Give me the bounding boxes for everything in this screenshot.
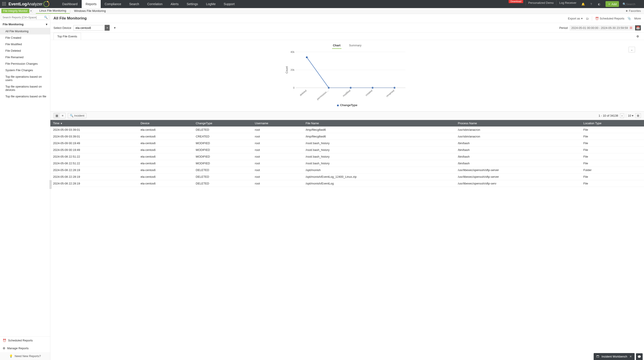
calendar-icon[interactable]: 📅: [635, 25, 641, 31]
cell: ela-centos6: [138, 174, 193, 180]
favorites-link[interactable]: ★Favorites: [626, 9, 641, 13]
download-button[interactable]: Download: [508, 0, 523, 3]
column-header[interactable]: Username: [252, 120, 303, 127]
column-header[interactable]: ChangeType: [193, 120, 252, 127]
table-row[interactable]: 2024-05-09 03:39:01ela-centos6CREATEDroo…: [50, 133, 644, 140]
sidebar-item[interactable]: File Renamed: [0, 54, 50, 61]
topnav-settings[interactable]: Settings: [182, 0, 202, 8]
table-row[interactable]: 2024-05-08 22:51:22ela-centos6MODIFIEDro…: [50, 153, 644, 160]
column-header[interactable]: Location Type: [581, 120, 644, 127]
gear-icon: ⚙: [3, 346, 5, 350]
cell: File: [581, 127, 644, 133]
sidebar-item[interactable]: File Deleted: [0, 48, 50, 54]
export-dropdown[interactable]: Export as ▾: [568, 17, 583, 20]
sidebar-item[interactable]: Top file operations based on devices: [0, 83, 50, 93]
sidebar-item[interactable]: Top file operations based on file: [0, 93, 50, 100]
add-button[interactable]: ＋ Add: [606, 1, 619, 7]
cell: root: [252, 180, 303, 187]
tab-top-file-events[interactable]: Top File Events: [54, 33, 81, 40]
legend-dot-icon: [337, 105, 339, 106]
cell: /usr/libexec/openssh/sftp-server: [455, 174, 581, 180]
fim-dropdown[interactable]: ▾: [29, 9, 33, 13]
need-new-reports[interactable]: 💡Need New Reports?: [0, 352, 50, 360]
period-display[interactable]: 2024-05-01 00:00:00 - 2024-05-30 23:59:5…: [570, 25, 634, 31]
table-view-icon[interactable]: ▦: [54, 113, 60, 118]
close-icon[interactable]: ✕: [630, 355, 632, 358]
column-header[interactable]: Time▼: [50, 120, 138, 127]
table-row[interactable]: 2024-05-08 22:51:22ela-centos6MODIFIEDro…: [50, 160, 644, 167]
table-row[interactable]: 2024-05-08 22:28:19ela-centos6DELETEDroo…: [50, 174, 644, 180]
chat-icon[interactable]: 💬: [636, 353, 643, 360]
global-search[interactable]: 🔍: [621, 3, 644, 6]
topnav-compliance[interactable]: Compliance: [101, 0, 125, 8]
incident-workbench-bar[interactable]: 🗔 Incident Workbench ✕: [594, 353, 634, 360]
sidebar-item[interactable]: File Modified: [0, 41, 50, 48]
clear-period-icon[interactable]: ☒: [630, 26, 632, 30]
topnav-correlation[interactable]: Correlation: [143, 0, 166, 8]
page-size-dropdown[interactable]: 10 ▾: [628, 114, 634, 117]
column-header[interactable]: Device: [138, 120, 193, 127]
global-search-input[interactable]: [626, 3, 642, 6]
sub-link-windows[interactable]: Windows File Monitoring: [70, 9, 110, 13]
cell: ela-centos6: [138, 167, 193, 174]
table-row[interactable]: 2024-05-08 22:28:19ela-centos6DELETEDroo…: [50, 180, 644, 187]
table-row[interactable]: 2024-05-08 22:28:19ela-centos6DELETEDroo…: [50, 167, 644, 174]
section-file-monitoring[interactable]: File Monitoring ▾: [0, 21, 50, 28]
topnav-logme[interactable]: LogMe: [202, 0, 220, 8]
report-search-input[interactable]: [2, 16, 44, 19]
add-device-button[interactable]: ＋: [105, 25, 110, 31]
cell: File: [581, 140, 644, 147]
bell-icon[interactable]: 🔔: [579, 0, 587, 8]
columns-icon[interactable]: ⊞: [635, 113, 641, 118]
cell: 2024-05-08 22:28:19: [50, 167, 138, 174]
chart-settings-icon[interactable]: ⚙: [634, 33, 641, 40]
report-search[interactable]: 🔍: [1, 15, 49, 20]
sort-desc-icon: ▼: [60, 122, 62, 125]
svg-text:Count: Count: [285, 66, 288, 74]
sidebar-item[interactable]: All File Monitoring: [0, 28, 50, 35]
table-row[interactable]: 2024-05-09 00:19:49ela-centos6MODIFIEDro…: [50, 140, 644, 147]
cell: ela-centos6: [138, 180, 193, 187]
chart-legend: ChangeType: [57, 103, 637, 107]
manage-reports-link[interactable]: ⚙Manage Reports: [0, 344, 50, 352]
cell: CREATED: [193, 133, 252, 140]
sidebar-item[interactable]: File Created: [0, 35, 50, 41]
column-header[interactable]: File Name: [303, 120, 455, 127]
list-view-icon[interactable]: ≡: [60, 113, 65, 118]
table-row[interactable]: 2024-05-09 03:39:01ela-centos6DELETEDroo…: [50, 127, 644, 133]
log-receiver-link[interactable]: Log Receiver: [556, 0, 579, 5]
incident-button[interactable]: 🔍Incident: [68, 113, 86, 118]
summary-tab[interactable]: Summary: [348, 42, 362, 49]
user-icon[interactable]: ◐: [595, 0, 603, 8]
cell: File: [581, 174, 644, 180]
topnav-dashboard[interactable]: Dashboard: [58, 0, 82, 8]
cell: 2024-05-09 00:19:49: [50, 140, 138, 147]
table-row[interactable]: 2024-05-09 00:19:49ela-centos6MODIFIEDro…: [50, 147, 644, 153]
topnav-search[interactable]: Search: [125, 0, 143, 8]
apps-icon[interactable]: [2, 2, 6, 6]
column-header[interactable]: Process Name: [455, 120, 581, 127]
sidebar-item[interactable]: File Permission Changes: [0, 61, 50, 67]
topnav-support[interactable]: Support: [220, 0, 239, 8]
sidebar-item[interactable]: Top file operations based on users: [0, 74, 50, 83]
next-page-button[interactable]: ›: [620, 113, 624, 118]
filter-icon[interactable]: ▼: [113, 26, 116, 30]
cell: /usr/libexec/openssh/sftp-server: [455, 167, 581, 174]
chevron-down-icon: ▾: [46, 23, 48, 26]
topnav-alerts[interactable]: Alerts: [166, 0, 182, 8]
sub-link-linux[interactable]: Linux File Monitoring: [36, 8, 70, 14]
scheduled-reports-button[interactable]: ⏰ Scheduled Reports: [595, 17, 624, 20]
workbench-icon: 🗔: [596, 355, 599, 358]
chart-tab[interactable]: Chart: [332, 42, 342, 49]
scheduled-reports-link[interactable]: ⏰Scheduled Reports: [0, 336, 50, 344]
logo: EventLog Analyzer: [8, 1, 52, 7]
device-input[interactable]: [74, 25, 105, 31]
sidebar-item[interactable]: System File Changes: [0, 67, 50, 74]
topnav-reports[interactable]: Reports: [82, 0, 101, 8]
more-button[interactable]: More: [634, 17, 641, 20]
demo-link[interactable]: Personalized Demo: [526, 0, 556, 5]
chart-expand-icon[interactable]: ⌄: [628, 47, 635, 52]
help-icon[interactable]: ?: [587, 0, 595, 8]
pin-icon[interactable]: 📎: [628, 17, 631, 20]
export-settings-icon[interactable]: 🗂: [586, 17, 589, 20]
